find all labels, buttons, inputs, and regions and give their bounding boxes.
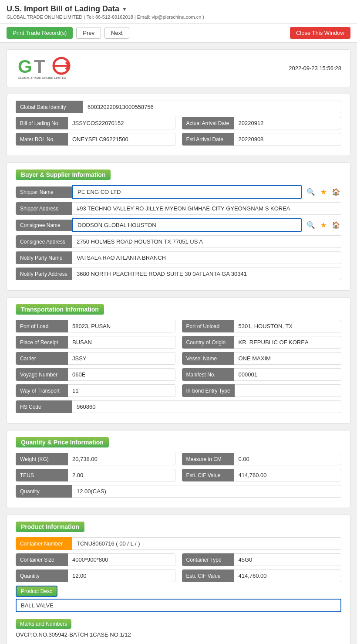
actual-arrival-value: 20220912: [234, 117, 342, 129]
global-data-identity-row: Global Data Identity 6003202209130005587…: [16, 101, 341, 113]
master-bol-value: ONEYSELC96221500: [68, 133, 175, 146]
vessel-name-field: Vessel Name ONE MAXIM: [182, 352, 342, 365]
shipper-address-row: Shipper Address #93 TECHNO VALLEY-RO JIL…: [16, 202, 341, 215]
shipper-address-label: Shipper Address: [16, 202, 72, 215]
product-quantity-label: Quantity: [16, 569, 68, 582]
logo-area: G T GLOBAL TRADE ONLINE LIMITED: [16, 56, 72, 80]
port-row: Port of Load 58023, PUSAN Port of Unload…: [16, 320, 341, 332]
voyage-number-value: 060E: [68, 368, 175, 381]
place-of-receipt-label: Place of Receipt: [16, 336, 68, 349]
master-bol-row: Mater BOL No. ONEYSELC96221500 Esti Arri…: [16, 133, 341, 146]
voyage-number-field: Voyage Number 060E: [16, 368, 175, 381]
identity-card: Global Data Identity 6003202209130005587…: [7, 94, 350, 156]
carrier-label: Carrier: [16, 352, 68, 365]
title-dropdown-arrow[interactable]: ▼: [122, 6, 127, 12]
container-type-label: Container Type: [182, 553, 234, 566]
container-size-type-row: Container Size 4000*900*800 Container Ty…: [16, 553, 341, 566]
report-date: 2022-09-23 15:56:28: [289, 65, 341, 71]
consignee-home-icon[interactable]: 🏠: [331, 220, 341, 230]
notify-party-address-row: Notify Party Address 3680 NORTH PEACHTRE…: [16, 268, 341, 280]
vessel-name-label: Vessel Name: [182, 352, 234, 365]
voyage-manifest-row: Voyage Number 060E Manifest No. 000001: [16, 368, 341, 381]
place-of-receipt-field: Place of Receipt BUSAN: [16, 336, 175, 349]
master-bol-field: Mater BOL No. ONEYSELC96221500: [16, 133, 175, 146]
product-cif-label: Esti. CIF Value: [182, 569, 234, 582]
hs-code-row: HS Code 960860: [16, 400, 341, 413]
container-number-row: Container Number TCNU8060716 ( 00 / L / …: [16, 537, 341, 550]
carrier-value: JSSY: [68, 352, 175, 365]
port-of-load-label: Port of Load: [16, 320, 68, 332]
country-of-origin-value: KR, REPUBLIC OF KOREA: [234, 336, 342, 349]
shipper-search-icon[interactable]: 🔍: [306, 187, 316, 197]
bol-field: Bill of Lading No. JSSYCOS22070152: [16, 117, 175, 129]
product-title: Product Information: [16, 522, 84, 532]
place-of-receipt-value: BUSAN: [68, 336, 175, 349]
container-number-value: TCNU8060716 ( 00 / L / ): [72, 537, 341, 550]
transportation-card: Transportation Information Port of Load …: [7, 297, 350, 424]
container-size-value: 4000*900*800: [68, 553, 175, 566]
in-bond-entry-field: In-bond Entry Type: [182, 384, 342, 397]
manifest-no-label: Manifest No.: [182, 368, 234, 381]
notify-party-name-label: Notify Party Name: [16, 251, 72, 264]
product-cif-field: Esti. CIF Value 414,760.00: [182, 569, 342, 582]
marks-label: Marks and Numbers: [16, 619, 71, 629]
notify-party-name-row: Notify Party Name VATSALA RAO ATLANTA BR…: [16, 251, 341, 264]
shipper-star-icon[interactable]: ★: [318, 187, 329, 197]
carrier-vessel-row: Carrier JSSY Vessel Name ONE MAXIM: [16, 352, 341, 365]
header-card: G T GLOBAL TRADE ONLINE LIMITED 2022-09-…: [7, 49, 350, 87]
container-type-field: Container Type 45G0: [182, 553, 342, 566]
weight-field: Weight (KG) 20,738.00: [16, 453, 175, 465]
consignee-address-value: 2750 HOLMES ROAD HOUSTON TX 77051 US A: [72, 235, 341, 248]
main-content: G T GLOBAL TRADE ONLINE LIMITED 2022-09-…: [0, 43, 357, 644]
teus-value: 2.00: [68, 469, 175, 481]
receipt-origin-row: Place of Receipt BUSAN Country of Origin…: [16, 336, 341, 349]
company-subtitle: GLOBAL TRADE ONLINE LIMITED ( Tel: 86-51…: [7, 14, 350, 20]
nav-left-buttons: Print Trade Record(s) Prev Next: [7, 27, 129, 39]
product-quantity-cif-row: Quantity 12.00 Esti. CIF Value 414,760.0…: [16, 569, 341, 582]
svg-text:T: T: [34, 56, 45, 77]
voyage-number-label: Voyage Number: [16, 368, 68, 381]
consignee-name-label: Consignee Name: [16, 220, 72, 231]
measure-label: Measure in CM: [182, 453, 234, 465]
quantity-row: Quantity 12.00(CAS): [16, 485, 341, 498]
teus-cif-row: TEUS 2.00 Esti. CIF Value 414,760.00: [16, 469, 341, 481]
bol-label: Bill of Lading No.: [16, 117, 68, 129]
quantity-value: 12.00(CAS): [72, 485, 341, 498]
actual-arrival-label: Actual Arrival Date: [182, 117, 234, 129]
consignee-name-value: DODSON GLOBAL HOUSTON: [72, 218, 302, 232]
notify-party-name-value: VATSALA RAO ATLANTA BRANCH: [72, 251, 341, 264]
product-cif-value: 414,760.00: [234, 569, 342, 582]
manifest-no-value: 000001: [234, 368, 342, 381]
shipper-address-value: #93 TECHNO VALLEY-RO JILLYE-MYEON GIMHAE…: [72, 202, 341, 215]
marks-value: OVCP.O.NO.305942-BATCH 1CASE NO.1/12: [16, 630, 341, 639]
global-data-identity-label: Global Data Identity: [16, 101, 83, 113]
shipper-home-icon[interactable]: 🏠: [331, 187, 341, 197]
way-of-transport-label: Way of Transport: [16, 384, 68, 397]
measure-value: 0.00: [234, 453, 342, 465]
container-size-field: Container Size 4000*900*800: [16, 553, 175, 566]
port-of-unload-field: Port of Unload 5301, HOUSTON, TX: [182, 320, 342, 332]
next-button[interactable]: Next: [104, 27, 129, 39]
consignee-search-icon[interactable]: 🔍: [306, 220, 316, 230]
global-data-identity-value: 600320220913000558756: [83, 101, 341, 113]
product-card: Product Information Container Number TCN…: [7, 515, 350, 644]
bol-value: JSSYCOS22070152: [68, 117, 175, 129]
prev-button[interactable]: Prev: [76, 27, 101, 39]
transport-bond-row: Way of Transport 11 In-bond Entry Type: [16, 384, 341, 397]
port-of-unload-value: 5301, HOUSTON, TX: [234, 320, 342, 332]
nav-bar: Print Trade Record(s) Prev Next Close Th…: [0, 24, 357, 43]
buyer-supplier-card: Buyer & Supplier Information Shipper Nam…: [7, 163, 350, 291]
bol-arrival-row: Bill of Lading No. JSSYCOS22070152 Actua…: [16, 117, 341, 129]
teus-label: TEUS: [16, 469, 68, 481]
esti-arrival-label: Esti Arrival Date: [182, 133, 234, 146]
close-button[interactable]: Close This Window: [290, 27, 350, 39]
print-button[interactable]: Print Trade Record(s): [7, 27, 73, 39]
nav-right-buttons: Close This Window: [290, 27, 350, 39]
title-text: U.S. Import Bill of Lading Data: [7, 4, 119, 14]
company-logo: G T GLOBAL TRADE ONLINE LIMITED: [16, 56, 72, 80]
consignee-star-icon[interactable]: ★: [318, 220, 329, 230]
container-number-label: Container Number: [16, 537, 72, 550]
esti-arrival-value: 20220908: [234, 133, 342, 146]
actual-arrival-field: Actual Arrival Date 20220912: [182, 117, 342, 129]
esti-cif-field: Esti. CIF Value 414,760.00: [182, 469, 342, 481]
